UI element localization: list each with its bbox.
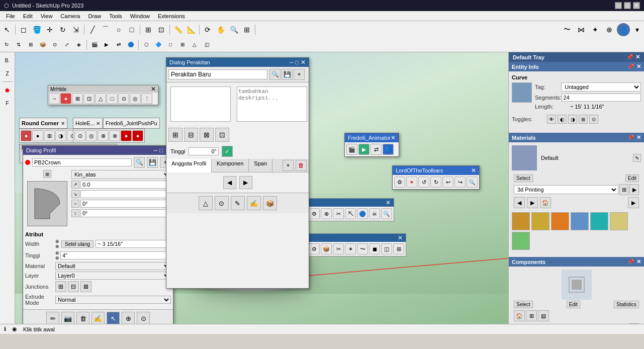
menu-file[interactable]: File bbox=[2, 12, 19, 20]
et3-btn2[interactable]: ⊕ bbox=[321, 208, 332, 219]
dpf-dropdown[interactable]: Kin_atas bbox=[71, 170, 171, 179]
dpf-angle2[interactable] bbox=[80, 190, 171, 198]
anim-btn3[interactable]: ⇄ bbox=[113, 39, 124, 50]
nav-btn2[interactable]: ⊙ bbox=[215, 196, 229, 210]
pt-add[interactable]: + bbox=[294, 69, 305, 80]
junc-icon1[interactable]: ⊞ bbox=[55, 281, 66, 292]
bt-btn3[interactable]: 🗑 bbox=[76, 312, 89, 324]
dp-maximize[interactable]: □ bbox=[295, 59, 299, 65]
comp-stats[interactable]: Statistics bbox=[614, 301, 639, 308]
dpf-search[interactable]: 🔍 bbox=[134, 157, 145, 168]
comp-search-icon[interactable]: 🔍 bbox=[629, 323, 639, 324]
junc-icon2[interactable]: ⊟ bbox=[68, 281, 79, 292]
pb-btn7[interactable]: ◈ bbox=[73, 39, 84, 50]
pb-btn3[interactable]: ⊞ bbox=[25, 39, 36, 50]
toggle-cast[interactable]: ◐ bbox=[558, 115, 567, 124]
arc-tool[interactable]: ⌒ bbox=[100, 24, 112, 36]
comp-home-btn[interactable]: 🏠 bbox=[514, 310, 525, 321]
left-btn1[interactable]: B. bbox=[2, 54, 14, 66]
pb-btn2[interactable]: ⇅ bbox=[13, 39, 24, 50]
close-button[interactable]: ✕ bbox=[633, 2, 640, 9]
et4-btn3[interactable]: ✂ bbox=[333, 243, 344, 254]
mat-arrow-btn[interactable]: ▶ bbox=[629, 184, 639, 195]
he-btn1[interactable]: ⊙ bbox=[74, 130, 85, 141]
lt-btn3[interactable]: ↺ bbox=[418, 177, 429, 188]
fredo-btn2[interactable]: ⋈ bbox=[575, 23, 588, 36]
lord-close[interactable]: ✕ bbox=[471, 167, 476, 173]
comp-close[interactable]: ✕ bbox=[636, 258, 641, 265]
he-btn6[interactable]: ● bbox=[132, 130, 143, 141]
bt-btn2[interactable]: 📷 bbox=[61, 312, 74, 324]
mat-detail[interactable]: ▶ bbox=[628, 197, 639, 208]
comp-pin[interactable]: 📌 bbox=[627, 258, 634, 265]
rc-btn4[interactable]: ◑ bbox=[55, 130, 66, 141]
tray-close[interactable]: ✕ bbox=[635, 54, 640, 60]
et4-btn4[interactable]: ✴ bbox=[345, 243, 356, 254]
paint-tool[interactable]: 🪣 bbox=[31, 24, 43, 36]
nav-btn3[interactable]: ✎ bbox=[231, 196, 245, 210]
left-btn4[interactable]: F bbox=[2, 97, 14, 109]
fredo-btn3[interactable]: ✦ bbox=[589, 23, 602, 36]
lt-btn4[interactable]: ↻ bbox=[430, 177, 441, 188]
components-panel-header[interactable]: Components 📌 ✕ bbox=[509, 257, 644, 267]
mat-edit-btn[interactable]: ✎ bbox=[633, 154, 641, 162]
nav-btn1[interactable]: △ bbox=[199, 196, 213, 210]
et3-btn5[interactable]: 🔵 bbox=[357, 208, 368, 219]
swatch-1[interactable] bbox=[512, 212, 530, 230]
orbit-tool[interactable]: ⟳ bbox=[202, 24, 214, 36]
mat-select-tab[interactable]: Select bbox=[514, 175, 533, 182]
mat-edit-tab[interactable]: Edit bbox=[625, 175, 639, 182]
eraser-tool[interactable]: ◻ bbox=[18, 24, 30, 36]
he-btn4[interactable]: ⊗ bbox=[109, 130, 120, 141]
bt-btn6[interactable]: ⊕ bbox=[122, 312, 135, 324]
dp-minimize[interactable]: ─ bbox=[290, 59, 294, 65]
materials-panel-header[interactable]: Materials 📌 ✕ bbox=[509, 133, 644, 142]
et3-close[interactable]: ✕ bbox=[386, 200, 391, 206]
lt-btn5[interactable]: ↩ bbox=[442, 177, 453, 188]
dpf-width-input[interactable] bbox=[96, 240, 171, 248]
mrhide-btn8[interactable]: ◎ bbox=[130, 93, 141, 104]
fa-btn2[interactable]: ▶ bbox=[358, 144, 370, 155]
dpf-extrude-select[interactable]: Normal bbox=[55, 296, 171, 304]
menu-window[interactable]: Window bbox=[126, 12, 154, 20]
et4-btn8[interactable]: ⊞ bbox=[393, 243, 404, 254]
et3-btn1[interactable]: ⚙ bbox=[309, 208, 320, 219]
mat-close[interactable]: ✕ bbox=[636, 134, 641, 141]
dpf-minimize[interactable]: ─ bbox=[154, 147, 158, 153]
dpf-save[interactable]: 💾 bbox=[147, 157, 158, 168]
rect-tool[interactable]: □ bbox=[126, 24, 138, 36]
minimize-button[interactable]: ─ bbox=[615, 2, 622, 9]
zoom-extent[interactable]: ⊞ bbox=[241, 24, 253, 36]
ei-pin[interactable]: 📌 bbox=[627, 63, 634, 70]
mrhide-close[interactable]: ✕ bbox=[151, 86, 156, 92]
mrhide-btn2[interactable]: ● bbox=[60, 93, 71, 104]
mrhide-btn6[interactable]: □ bbox=[107, 93, 118, 104]
mrhide-btn1[interactable]: → bbox=[49, 93, 60, 104]
swatch-5[interactable] bbox=[590, 212, 608, 230]
tab-add-btn[interactable]: + bbox=[283, 160, 294, 171]
view-btn3[interactable]: □ bbox=[165, 39, 176, 50]
pan-tool[interactable]: ✋ bbox=[215, 24, 227, 36]
swatch-7[interactable] bbox=[512, 232, 530, 250]
comp-model-btn[interactable]: ⊞ bbox=[526, 310, 537, 321]
pk-btn2[interactable]: ⊟ bbox=[184, 128, 198, 142]
mrhide-btn7[interactable]: ⊙ bbox=[118, 93, 129, 104]
rc-btn3[interactable]: ⊞ bbox=[44, 130, 55, 141]
et3-btn6[interactable]: ☠ bbox=[369, 208, 380, 219]
circle-tool[interactable]: ○ bbox=[113, 24, 125, 36]
tab-span[interactable]: Span bbox=[249, 159, 272, 172]
select-tool[interactable]: ↖ bbox=[1, 24, 13, 36]
comp-edit[interactable]: Edit bbox=[567, 301, 580, 308]
swatch-4[interactable] bbox=[571, 212, 589, 230]
lt-btn7[interactable]: 🔍 bbox=[467, 177, 478, 188]
left-btn2[interactable]: Z bbox=[2, 67, 14, 79]
rotate-tool[interactable]: ↻ bbox=[57, 24, 69, 36]
fredo-btn4[interactable]: ⊕ bbox=[603, 23, 616, 36]
tab-anggota[interactable]: Anggota Profil bbox=[166, 159, 212, 172]
mat-fwd[interactable]: ▶ bbox=[527, 197, 538, 208]
pb-btn6[interactable]: ⤢ bbox=[61, 39, 72, 50]
pt-save[interactable]: 💾 bbox=[282, 69, 293, 80]
et3-btn4[interactable]: ⛏ bbox=[345, 208, 356, 219]
menu-view[interactable]: View bbox=[37, 12, 57, 20]
comp-select-btn[interactable]: ▤ bbox=[538, 310, 549, 321]
